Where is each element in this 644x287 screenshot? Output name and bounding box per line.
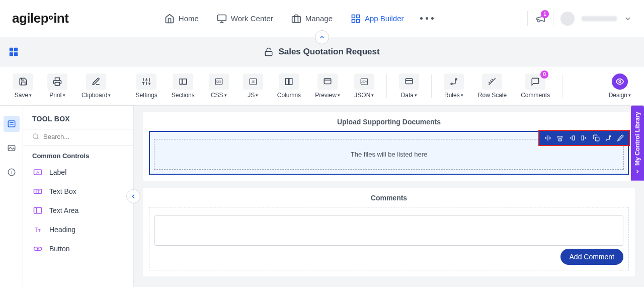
svg-point-58 [37,248,38,249]
list-icon [7,119,16,128]
scale-icon [488,77,497,86]
comment-textarea[interactable] [154,216,623,246]
svg-rect-53 [34,207,42,213]
svg-text:CSS: CSS [216,80,221,83]
sections-button[interactable]: Sections [167,70,200,102]
nav-manage-label: Manage [305,14,333,23]
grid-icon [351,14,361,24]
ctrl-heading[interactable]: TTHeading [23,220,133,239]
collapse-toolbox-button[interactable] [126,189,140,203]
nav-manage[interactable]: Manage [284,10,340,28]
svg-point-39 [619,81,621,83]
section-upload[interactable]: Upload Supporting Documents The files wi… [143,112,635,181]
logo: agilepint [12,11,68,26]
clipboard-button[interactable]: Clipboard▾ [76,70,116,102]
columns-button[interactable]: Columns [272,70,306,102]
chevron-left-icon [634,169,640,175]
sections-icon [179,77,188,86]
collapse-nav-button[interactable] [315,30,329,44]
add-comment-button[interactable]: Add Comment [560,249,623,265]
insert-left-icon [569,134,576,141]
print-icon [53,77,62,86]
js-icon: JS [249,77,258,86]
svg-line-47 [37,138,39,139]
rules-icon [449,77,458,86]
svg-rect-11 [14,52,18,55]
textarea-glyph-icon [33,205,43,216]
ctrl-textarea[interactable]: Text Area [23,201,133,220]
data-button[interactable]: Data▾ [394,70,424,102]
section-comments[interactable]: Comments Add Comment [143,188,635,276]
toolbar: Save▾ Print▾ Clipboard▾ Settings Section… [0,66,644,106]
save-button[interactable]: Save▾ [8,70,38,102]
search-input[interactable] [43,133,124,140]
rail-toolbox[interactable] [4,116,20,132]
nav-app-builder-label: App Builder [365,14,404,23]
notif-badge: 1 [541,10,549,18]
workspace: T TOOL BOX Common Controls ALabel TText … [0,106,644,287]
ctrl-button[interactable]: Button [23,239,133,258]
svg-rect-31 [324,79,331,84]
field-tool-insert-left[interactable] [567,133,578,143]
svg-rect-61 [582,136,584,140]
svg-rect-24 [183,79,187,84]
svg-text:T: T [10,170,13,175]
field-tool-move[interactable] [542,133,553,143]
comment-icon [531,77,540,86]
rail-text[interactable]: T [4,164,20,180]
my-control-library-tab[interactable]: My Control Library [631,106,644,181]
field-tool-rules[interactable] [603,133,614,143]
field-tool-delete[interactable] [554,133,566,143]
field-tool-insert-right[interactable] [579,133,590,143]
button-glyph-icon [33,244,43,254]
svg-rect-12 [266,51,273,55]
svg-rect-35 [406,79,413,84]
comment-count-badge: 0 [540,70,548,79]
sliders-icon [142,77,151,86]
nav-work-center[interactable]: Work Center [210,10,280,28]
chevron-left-icon [130,193,137,200]
image-icon [7,144,16,153]
cursor-split-icon [544,134,551,141]
nav-work-center-label: Work Center [231,14,273,23]
columns-icon [284,77,293,86]
settings-button[interactable]: Settings [130,70,162,102]
ctrl-textbox[interactable]: TText Box [23,182,133,201]
trash-icon [556,134,564,141]
nav-home-label: Home [179,14,199,23]
selected-field[interactable]: The files will be listed here [149,131,629,175]
design-mode-button[interactable]: Design▾ [604,70,636,102]
row-scale-button[interactable]: Row Scale [473,70,512,102]
form-canvas[interactable]: Upload Supporting Documents The files wi… [134,106,644,287]
svg-rect-60 [573,136,575,140]
toolbox-search[interactable] [23,129,133,146]
toolbox-group-label: Common Controls [23,146,133,163]
json-button[interactable]: JSONJSON▾ [349,70,379,102]
flow-icon [605,134,612,141]
nav-app-builder[interactable]: App Builder [344,10,411,28]
user-avatar[interactable] [560,12,575,26]
section-comments-title: Comments [149,194,629,207]
user-menu-chevron[interactable] [624,15,632,23]
json-icon: JSON [360,77,369,86]
print-button[interactable]: Print▾ [42,70,72,102]
notifications-button[interactable]: 1 [535,13,546,24]
js-button[interactable]: JSJS▾ [238,70,268,102]
copy-icon [593,134,600,141]
rules-button[interactable]: Rules▾ [439,70,469,102]
rail-image[interactable] [4,140,20,156]
apps-grid-button[interactable] [8,46,19,57]
nav-home[interactable]: Home [157,10,206,28]
svg-point-64 [609,135,610,136]
field-tool-edit[interactable] [615,133,626,143]
preview-button[interactable]: Preview▾ [310,70,345,102]
comments-button[interactable]: 0Comments [516,70,555,102]
svg-text:A: A [36,170,39,175]
ctrl-label[interactable]: ALabel [23,163,133,182]
field-tools [539,131,629,145]
field-tool-copy[interactable] [591,133,602,143]
svg-rect-29 [286,79,289,85]
briefcase-icon [291,14,301,24]
nav-more[interactable] [415,10,439,28]
css-button[interactable]: CSSCSS▾ [204,70,234,102]
